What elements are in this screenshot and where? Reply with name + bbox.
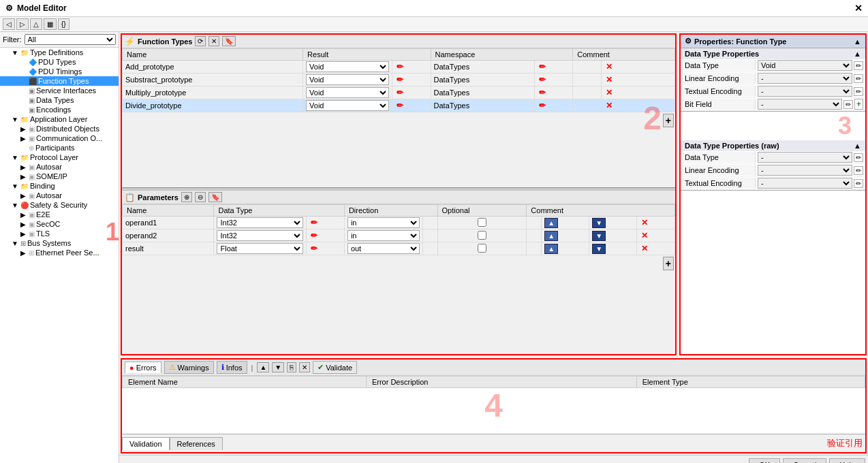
bottom-up-btn[interactable]: ▲ <box>257 362 269 372</box>
help-button[interactable]: Help <box>829 458 865 463</box>
validation-label: Validation <box>129 440 162 448</box>
sidebar-item-type-definitions[interactable]: ▼ 📁 Type Definitions <box>0 48 119 57</box>
ft-bookmark-btn[interactable]: 🔖 <box>222 36 236 46</box>
row-ns-btn[interactable]: ✏ <box>538 62 547 71</box>
sidebar-item-encodings[interactable]: ▣ Encodings <box>0 105 119 114</box>
ft-refresh-btn[interactable]: ⟳ <box>195 36 206 46</box>
ft-add-btn[interactable]: + <box>663 114 674 127</box>
sidebar-item-bus-systems[interactable]: ▼ ⊞ Bus Systems <box>0 238 119 248</box>
sidebar-item-communication[interactable]: ▶ ▣ Communication O... <box>0 133 119 143</box>
params-btn2[interactable]: ⊖ <box>195 192 206 202</box>
validate-label: Validate <box>326 364 352 372</box>
sidebar-item-service-interfaces[interactable]: ▣ Service Interfaces <box>0 86 119 95</box>
prop-raw-linear-edit[interactable]: ✏ <box>854 166 863 175</box>
sidebar-item-distributed-objects[interactable]: ▶ ▣ Distributed Objects <box>0 124 119 133</box>
prop-textual-edit[interactable]: ✏ <box>854 87 863 96</box>
param-edit-btn[interactable]: ✏ <box>309 244 319 253</box>
sidebar-item-protocol-layer[interactable]: ▼ 📁 Protocol Layer <box>0 153 119 162</box>
param-del-btn[interactable]: ✕ <box>640 244 649 253</box>
ft-clear-btn[interactable]: ✕ <box>208 36 219 46</box>
prop-datatype-select[interactable]: Void <box>758 60 852 71</box>
row-comment <box>573 61 602 74</box>
prop-bitfield-select[interactable]: - <box>758 99 842 110</box>
sidebar-item-participants[interactable]: ⊕ Participants <box>0 143 119 153</box>
references-tab[interactable]: References <box>170 437 223 450</box>
param-optional-check[interactable] <box>478 218 486 227</box>
row-del-btn[interactable]: ✕ <box>604 88 614 97</box>
sidebar-item-autosar[interactable]: ▶ ▣ Autosar <box>0 162 119 172</box>
row-del-btn[interactable]: ✕ <box>604 101 614 110</box>
prop-raw-dt-edit[interactable]: ✏ <box>854 153 863 162</box>
param-edit-btn[interactable]: ✏ <box>309 231 319 240</box>
filter-select[interactable]: All <box>25 34 117 45</box>
param-up-btn[interactable]: ▲ <box>544 231 558 241</box>
errors-tab[interactable]: ● Errors <box>125 362 161 373</box>
validation-tab[interactable]: Validation <box>122 437 170 450</box>
prop-bitfield-add[interactable]: + <box>854 99 863 110</box>
row-edit-btn[interactable]: ✏ <box>395 75 405 84</box>
warnings-tab[interactable]: ⚠ Warnings <box>164 361 214 374</box>
sidebar-item-pdu-timings[interactable]: 🔷 PDU Timings <box>0 67 119 76</box>
param-optional-check[interactable] <box>478 231 486 240</box>
row-edit-btn[interactable]: ✏ <box>395 62 405 71</box>
sidebar-item-someip[interactable]: ▶ ▣ SOME/IP <box>0 172 119 181</box>
prop-textual-enc-select[interactable]: - <box>758 86 852 97</box>
forward-button[interactable]: ▷ <box>16 18 29 30</box>
row-ns-btn[interactable]: ✏ <box>538 75 547 84</box>
row-del-btn[interactable]: ✕ <box>604 62 614 71</box>
param-edit-btn[interactable]: ✏ <box>309 218 319 227</box>
prop-datatype-edit[interactable]: ✏ <box>854 61 863 70</box>
sidebar-item-binding[interactable]: ▼ 📁 Binding <box>0 181 119 191</box>
sidebar-item-e2e[interactable]: ▶ ▣ E2E <box>0 210 119 219</box>
param-down-btn[interactable]: ▼ <box>592 231 606 241</box>
table-button[interactable]: ▦ <box>44 18 57 30</box>
bottom-clear-btn[interactable]: ✕ <box>299 362 310 372</box>
param-optional-check[interactable] <box>478 244 486 253</box>
params-btn3[interactable]: 🔖 <box>208 192 222 202</box>
row-ns-btn[interactable]: ✏ <box>538 88 547 97</box>
param-del-btn[interactable]: ✕ <box>640 218 649 227</box>
validate-button[interactable]: ✔ Validate <box>313 361 357 374</box>
param-down-btn[interactable]: ▼ <box>592 218 606 228</box>
sidebar-item-tls[interactable]: ▶ ▣ TLS <box>0 229 119 238</box>
back-button[interactable]: ◁ <box>3 18 15 30</box>
sidebar-item-data-types[interactable]: ▣ Data Types <box>0 95 119 105</box>
sidebar-item-function-types[interactable]: ⬛ Function Types <box>0 76 119 86</box>
prop-linear-edit[interactable]: ✏ <box>854 74 863 83</box>
props-collapse[interactable]: ▲ <box>854 37 861 46</box>
row-edit-btn[interactable]: ✏ <box>395 101 405 110</box>
code-button[interactable]: {} <box>58 18 69 30</box>
sidebar-item-pdu-types[interactable]: 🔷 PDU Types <box>0 57 119 67</box>
prop-raw-textual-select[interactable]: - <box>758 178 852 189</box>
sidebar-item-ethernet[interactable]: ▶ ⊞ Ethernet Peer Se... <box>0 248 119 257</box>
row-edit-btn[interactable]: ✏ <box>395 88 405 97</box>
prop-raw-datatype-select[interactable]: - <box>758 152 852 163</box>
param-up-btn[interactable]: ▲ <box>544 218 558 228</box>
prop-bitfield-edit[interactable]: ✏ <box>843 100 853 109</box>
params-toolbar: 📋 Parameters ⊕ ⊖ 🔖 <box>122 191 675 204</box>
sidebar-item-safety-security[interactable]: ▼ 🔴 Safety & Security <box>0 200 119 210</box>
up-button[interactable]: △ <box>30 18 42 30</box>
bottom-content: Element Name Error Description Element T… <box>122 376 865 434</box>
params-add-btn[interactable]: + <box>663 257 674 270</box>
param-up-btn[interactable]: ▲ <box>544 244 558 254</box>
close-button[interactable]: ✕ <box>854 3 863 14</box>
prop-raw-linear-select[interactable]: - <box>758 165 852 176</box>
param-down-btn[interactable]: ▼ <box>592 244 606 254</box>
sidebar-item-autosar2[interactable]: ▶ ▣ Autosar <box>0 191 119 200</box>
sidebar-item-secoc[interactable]: ▶ ▣ SecOC <box>0 219 119 229</box>
bottom-copy-btn[interactable]: ⎘ <box>287 362 296 372</box>
cancel-button[interactable]: Cancel <box>783 458 826 463</box>
bottom-down-btn[interactable]: ▼ <box>272 362 284 372</box>
infos-tab[interactable]: ℹ Infos <box>217 361 247 374</box>
param-del-btn[interactable]: ✕ <box>640 231 649 240</box>
params-btn1[interactable]: ⊕ <box>181 192 192 202</box>
props-s2-collapse[interactable]: ▲ <box>854 142 861 150</box>
prop-linear-enc-select[interactable]: - <box>758 73 852 84</box>
ok-button[interactable]: OK <box>749 458 780 463</box>
row-ns-btn[interactable]: ✏ <box>538 101 547 110</box>
sidebar-item-application-layer[interactable]: ▼ 📁 Application Layer <box>0 114 119 124</box>
props-s1-collapse[interactable]: ▲ <box>854 50 861 58</box>
row-del-btn[interactable]: ✕ <box>604 75 614 84</box>
prop-raw-textual-edit[interactable]: ✏ <box>854 179 863 188</box>
